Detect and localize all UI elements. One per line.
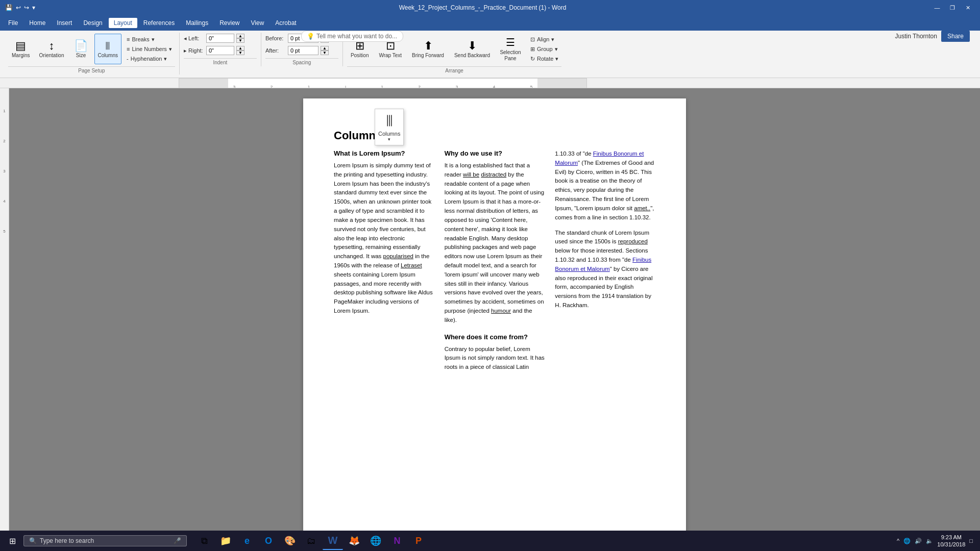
bring-forward-button[interactable]: ⬆ Bring Forward	[408, 34, 448, 64]
menu-insert[interactable]: Insert	[52, 18, 77, 28]
horizontal-ruler: 321|12345	[179, 78, 587, 88]
indent-label: Indent	[184, 58, 257, 65]
menu-view[interactable]: View	[246, 18, 270, 28]
paint-icon: 🎨	[284, 535, 296, 546]
group-button[interactable]: ⊞ Group ▾	[527, 45, 561, 54]
page-area[interactable]: ⫴ Columns ▾ Columns - What is Lorem Ipsu…	[9, 88, 980, 532]
breaks-arrow: ▾	[152, 36, 155, 43]
columns-popup-label: Columns	[378, 131, 400, 137]
align-button[interactable]: ⊡ Align ▾	[527, 35, 561, 44]
hyphenation-button[interactable]: - Hyphenation ▾	[124, 55, 175, 63]
indent-right-down[interactable]: ▼	[236, 51, 244, 55]
undo-icon[interactable]: ↩	[16, 4, 21, 11]
tell-me-icon: 💡	[307, 33, 314, 40]
spacing-after-row: After: ▲ ▼	[265, 46, 329, 55]
indent-right-spinners: ▲ ▼	[236, 46, 244, 55]
selection-pane-button[interactable]: ☰ Selection Pane	[497, 34, 524, 64]
minimize-button[interactable]: —	[930, 3, 944, 13]
redo-icon[interactable]: ↪	[24, 4, 29, 11]
column-1: What is Lorem Ipsum? Lorem Ipsum is simp…	[334, 149, 434, 372]
rotate-button[interactable]: ↻ Rotate ▾	[527, 55, 561, 63]
vertical-ruler: 12345	[3, 93, 5, 234]
onenote-icon: N	[394, 536, 401, 546]
notification-icon[interactable]: □	[969, 538, 973, 544]
window-controls: — ❐ ✕	[930, 3, 975, 13]
orientation-button[interactable]: ↕ Orientation	[36, 34, 68, 64]
col1-body: Lorem Ipsum is simply dummy text of the …	[334, 161, 434, 316]
hyphenation-arrow: ▾	[164, 56, 167, 62]
taskbar-word[interactable]: W	[323, 532, 343, 550]
menu-bar: File Home Insert Design Layout Reference…	[0, 15, 980, 31]
taskbar-paint[interactable]: 🎨	[280, 532, 300, 550]
spacing-after-label: After:	[265, 47, 286, 54]
taskbar-onenote[interactable]: N	[387, 532, 407, 550]
menu-file[interactable]: File	[3, 18, 23, 28]
volume-icon[interactable]: 🔊	[915, 538, 922, 544]
menu-acrobat[interactable]: Acrobat	[270, 18, 301, 28]
search-mic-icon[interactable]: 🎤	[174, 537, 181, 544]
menu-design[interactable]: Design	[78, 18, 107, 28]
spacing-after-up[interactable]: ▲	[321, 46, 329, 51]
send-backward-icon: ⬇	[468, 40, 477, 52]
menu-home[interactable]: Home	[24, 18, 51, 28]
start-button[interactable]: ⊞	[3, 532, 21, 550]
spacing-after-input[interactable]	[288, 46, 318, 55]
taskbar-outlook[interactable]: O	[258, 532, 279, 550]
taskbar-task-view[interactable]: ⧉	[194, 532, 214, 550]
send-backward-button[interactable]: ⬇ Send Backward	[451, 34, 494, 64]
columns-popup-icon: ⫴	[386, 112, 393, 129]
margins-label: Margins	[12, 53, 30, 58]
indent-left-up[interactable]: ▲	[236, 34, 244, 38]
indent-left-spinners: ▲ ▼	[236, 34, 244, 43]
reproduced-underline: reproduced	[618, 238, 648, 244]
line-numbers-button[interactable]: ≡ Line Numbers ▾	[124, 45, 175, 54]
date-display: 10/31/2018	[937, 541, 965, 548]
tell-me-bar[interactable]: 💡 Tell me what you want to do...	[301, 31, 403, 42]
save-icon[interactable]: 💾	[5, 4, 13, 11]
columns-label: Columns	[98, 53, 118, 58]
col3-body2: The standard chunk of Lorem Ipsum used s…	[555, 229, 655, 310]
tray-chevron[interactable]: ^	[897, 538, 899, 544]
left-sidebar: 12345	[0, 88, 9, 532]
rotate-icon: ↻	[530, 56, 535, 62]
restore-button[interactable]: ❐	[945, 3, 960, 13]
spacing-after-spinners: ▲ ▼	[321, 46, 329, 55]
taskbar-folder[interactable]: 🗂	[301, 532, 322, 550]
indent-right-input[interactable]	[206, 46, 234, 55]
share-button[interactable]: Share	[941, 31, 970, 42]
clock[interactable]: 9:23 AM 10/31/2018	[937, 534, 965, 548]
size-button[interactable]: 📄 Size	[70, 34, 92, 64]
menu-layout[interactable]: Layout	[109, 18, 137, 28]
taskbar-edge[interactable]: e	[237, 532, 257, 550]
taskbar-search[interactable]: 🔍 Type here to search 🎤	[23, 535, 187, 546]
speaker-icon[interactable]: 🔈	[926, 538, 933, 544]
popularised-underline: popularised	[383, 253, 413, 259]
breaks-button[interactable]: ≡ Breaks ▾	[124, 35, 175, 44]
columns-button[interactable]: ⫴ Columns	[94, 34, 121, 64]
amet-underline: amet..	[634, 205, 650, 211]
spacing-before-label: Before:	[265, 35, 286, 41]
columns-popup: ⫴ Columns ▾	[375, 109, 404, 145]
orientation-icon: ↕	[49, 40, 55, 52]
network-icon[interactable]: 🌐	[903, 538, 911, 544]
spacing-after-down[interactable]: ▼	[321, 51, 329, 55]
column-2: Why do we use it? It is a long establish…	[445, 149, 545, 372]
taskbar-firefox[interactable]: 🦊	[344, 532, 364, 550]
taskbar: ⊞ 🔍 Type here to search 🎤 ⧉ 📁 e O 🎨 🗂 W …	[0, 531, 980, 551]
indent-right-up[interactable]: ▲	[236, 46, 244, 51]
will-be-underline: will be	[463, 171, 479, 178]
taskbar-apps: ⧉ 📁 e O 🎨 🗂 W 🦊 🌐 N P	[194, 532, 429, 550]
hyphenation-icon: -	[127, 56, 129, 62]
taskbar-powerpoint[interactable]: P	[408, 532, 429, 550]
indent-left-down[interactable]: ▼	[236, 38, 244, 43]
close-button[interactable]: ✕	[961, 3, 975, 13]
taskbar-file-explorer[interactable]: 📁	[215, 532, 236, 550]
title-bar: 💾 ↩ ↪ ▾ Week_12_Project_Columns_-_Practi…	[0, 0, 980, 15]
margins-button[interactable]: ▤ Margins	[8, 34, 34, 64]
taskbar-chrome[interactable]: 🌐	[365, 532, 386, 550]
menu-mailings[interactable]: Mailings	[181, 18, 213, 28]
indent-left-input[interactable]	[206, 34, 234, 43]
menu-review[interactable]: Review	[214, 18, 244, 28]
menu-references[interactable]: References	[138, 18, 180, 28]
col2-heading: Why do we use it?	[445, 149, 545, 157]
